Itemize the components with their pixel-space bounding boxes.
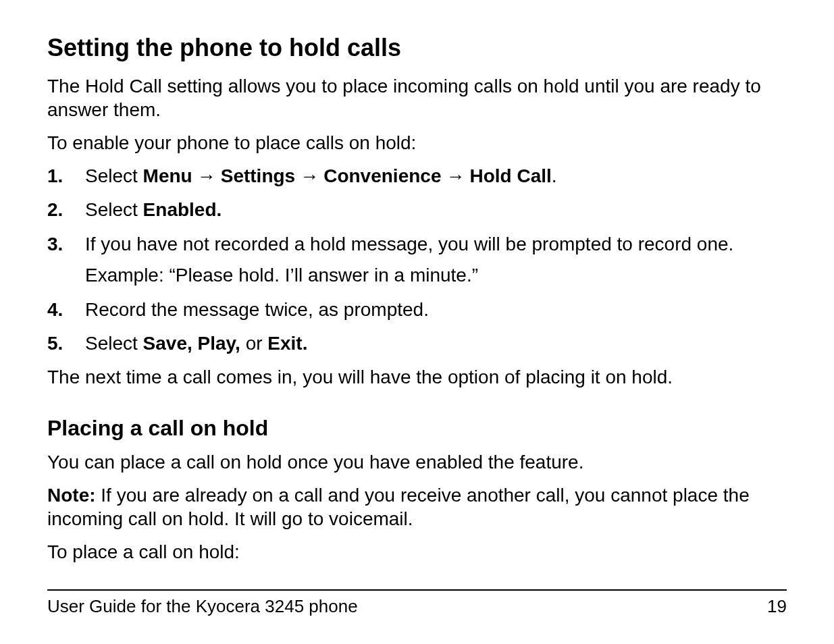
step-body: If you have not recorded a hold message,… [85, 232, 787, 288]
step-number: 5. [47, 331, 85, 356]
arrow-icon: → [295, 165, 323, 186]
note-text: If you are already on a call and you rec… [47, 485, 750, 529]
list-item: 2. Select Enabled. [47, 198, 787, 222]
step-text: If you have not recorded a hold message,… [85, 232, 787, 257]
menu-path-item: Menu [143, 165, 192, 186]
footer-title: User Guide for the Kyocera 3245 phone [47, 596, 358, 617]
menu-path-item: Convenience [323, 165, 441, 186]
arrow-icon: → [441, 165, 469, 186]
step-text: Select [85, 199, 143, 220]
step-number: 3. [47, 232, 85, 288]
document-page: Setting the phone to hold calls The Hold… [0, 0, 834, 644]
step-text: Select [85, 165, 143, 186]
step-text: . [552, 165, 557, 186]
ui-label: Exit. [267, 333, 307, 354]
lead-in-paragraph: To enable your phone to place calls on h… [47, 131, 787, 155]
after-paragraph: The next time a call comes in, you will … [47, 365, 787, 389]
arrow-icon: → [192, 165, 221, 186]
list-item: 3. If you have not recorded a hold messa… [47, 232, 787, 288]
note-paragraph: Note: If you are already on a call and y… [47, 483, 787, 531]
note-label: Note: [47, 485, 101, 506]
step-number: 2. [47, 198, 85, 222]
body-paragraph: To place a call on hold: [47, 540, 787, 564]
steps-list: 1. Select Menu → Settings → Convenience … [47, 164, 787, 356]
step-body: Select Enabled. [85, 198, 787, 222]
step-number: 4. [47, 298, 85, 322]
step-text: Record the message twice, as prompted. [85, 299, 429, 320]
step-text: Select [85, 333, 143, 354]
step-body: Select Save, Play, or Exit. [85, 331, 787, 356]
menu-path-item: Settings [221, 165, 295, 186]
page-number: 19 [767, 596, 787, 617]
list-item: 1. Select Menu → Settings → Convenience … [47, 164, 787, 188]
step-number: 1. [47, 164, 85, 188]
list-item: 4. Record the message twice, as prompted… [47, 298, 787, 322]
step-body: Select Menu → Settings → Convenience → H… [85, 164, 787, 188]
example-text: Example: “Please hold. I’ll answer in a … [85, 263, 787, 288]
ui-label: Save, Play, [143, 333, 240, 354]
subsection-heading: Placing a call on hold [47, 416, 787, 441]
section-heading: Setting the phone to hold calls [47, 34, 787, 62]
body-paragraph: You can place a call on hold once you ha… [47, 450, 787, 474]
page-footer: User Guide for the Kyocera 3245 phone 19 [47, 589, 787, 617]
intro-paragraph: The Hold Call setting allows you to plac… [47, 74, 787, 122]
step-body: Record the message twice, as prompted. [85, 298, 787, 322]
ui-label: Enabled. [143, 199, 222, 220]
list-item: 5. Select Save, Play, or Exit. [47, 331, 787, 356]
menu-path-item: Hold Call [469, 165, 551, 186]
step-text: or [240, 333, 267, 354]
